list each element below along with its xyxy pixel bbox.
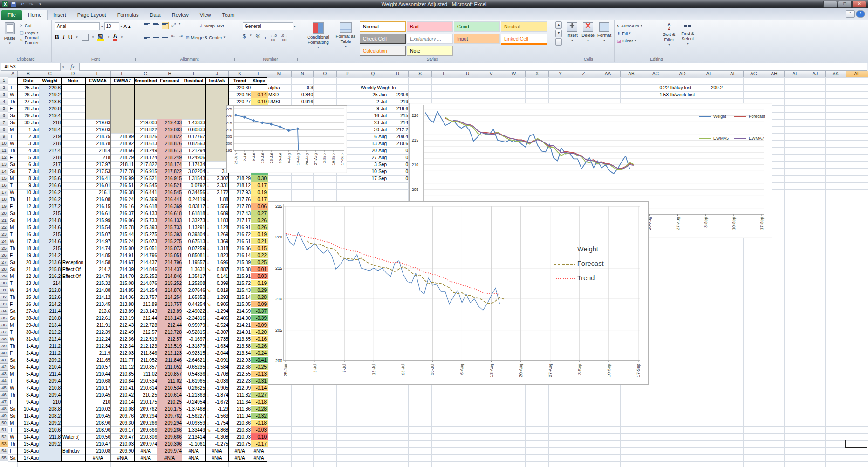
increase-decimal-icon[interactable]: ←.0.00 xyxy=(270,34,277,42)
slope-cell-16[interactable]: -0.17 xyxy=(251,182,268,189)
row-header-50[interactable]: 50 xyxy=(0,420,8,426)
row-header-12[interactable]: 12 xyxy=(0,154,8,161)
slope-cell-34[interactable]: -0.37 xyxy=(251,308,268,314)
lostwk-cell-17[interactable]: -2.172↓ xyxy=(205,189,230,196)
cell-style-calculation[interactable]: Calculation xyxy=(360,46,406,56)
lostwk-cell-50[interactable]: -1.754↓ xyxy=(205,420,230,426)
weekly-date-0[interactable]: 25-Jun xyxy=(359,91,388,98)
date-cell-44[interactable]: 6-Aug xyxy=(18,378,40,384)
row-header-52[interactable]: 52 xyxy=(0,433,8,440)
cell-F29[interactable]: 214.70 xyxy=(111,273,135,279)
date-cell-46[interactable]: 8-Aug xyxy=(18,392,40,398)
table-header-ewma-[interactable]: EWMA5 xyxy=(85,77,110,84)
cell-I19[interactable]: 0.83117 xyxy=(182,203,206,210)
weight-cell-18[interactable]: 216.2 xyxy=(39,196,62,203)
trend-cell-48[interactable]: 211.36 xyxy=(229,406,252,412)
weight-cell-13[interactable]: 217 xyxy=(39,161,62,168)
cell-E46[interactable]: 210.45 xyxy=(85,392,112,398)
weight-cell-25[interactable]: 215 xyxy=(39,245,62,251)
row-header-8[interactable]: 8 xyxy=(0,126,8,133)
cell-G23[interactable]: 215.275 xyxy=(134,231,158,237)
cell-F31[interactable]: 214.85 xyxy=(111,287,135,293)
weekly-date-6[interactable]: 6-Aug xyxy=(359,133,388,140)
weekly-value-6[interactable]: 209.4 xyxy=(387,133,410,140)
trend-cell-17[interactable]: 217.93 xyxy=(229,189,252,196)
cell-F13[interactable]: 218.11 xyxy=(111,161,135,168)
autosum-button[interactable]: ΣAutoSum▾ xyxy=(617,22,642,29)
weekly-value-10[interactable]: 0 xyxy=(387,161,410,168)
cell-E54[interactable]: 210.08 xyxy=(85,447,112,454)
styles-scroll-up-icon[interactable]: ▴ xyxy=(555,21,562,29)
tab-team[interactable]: Team xyxy=(216,10,240,20)
row-header-25[interactable]: 25 xyxy=(0,245,8,252)
note-cell-28[interactable]: Effect Of xyxy=(61,266,86,272)
cell-H43[interactable]: 210.857 xyxy=(157,371,183,377)
cell-G32[interactable]: 213.757 xyxy=(134,294,158,300)
date-cell-37[interactable]: 30-Jul xyxy=(18,329,40,335)
slope-cell-43[interactable]: -0.13 xyxy=(251,371,268,377)
slope-cell-19[interactable]: -0.06 xyxy=(251,203,268,210)
date-cell-5[interactable]: 28-Jun xyxy=(18,105,40,112)
column-header-P[interactable]: P xyxy=(337,71,359,78)
weight-cell-47[interactable]: 210 xyxy=(39,399,62,405)
cell-style-check-cell[interactable]: Check Cell xyxy=(360,34,406,44)
cell-G21[interactable]: 215.733 xyxy=(134,217,158,223)
cell-F55[interactable]: #N/A xyxy=(111,454,134,461)
cell-E50[interactable]: 208.96 xyxy=(85,420,112,426)
cell-E52[interactable]: 209.56 xyxy=(85,433,112,440)
cell-F22[interactable]: 215.78 xyxy=(111,224,135,230)
trend-cell-50[interactable]: 210.86 xyxy=(229,420,252,426)
cell-H29[interactable]: 214.846 xyxy=(157,273,183,279)
row-header-46[interactable]: 46 xyxy=(0,392,8,399)
cell-F38[interactable]: 212.36 xyxy=(111,336,135,342)
loss-rate-1[interactable]: 1.53 xyxy=(642,91,670,98)
cell-E24[interactable]: 214.97 xyxy=(85,238,112,244)
cell-E47[interactable]: 210 xyxy=(85,399,112,405)
slope-cell-37[interactable]: -0.20 xyxy=(251,329,268,335)
row-header-28[interactable]: 28 xyxy=(0,266,8,273)
cell-G14[interactable]: 216.915 xyxy=(134,168,158,175)
slope-cell-32[interactable]: -0.28 xyxy=(251,294,268,300)
lostwk-cell-41[interactable]: -2.091↓ xyxy=(205,357,230,363)
column-header-AE[interactable]: AE xyxy=(696,71,723,78)
row-header-34[interactable]: 34 xyxy=(0,308,8,315)
sort-filter-button[interactable]: AZ Sort & Filter▾ xyxy=(660,20,678,47)
cell-F15[interactable]: 216.99 xyxy=(111,175,135,182)
cell-E7[interactable]: 219.63 xyxy=(85,119,112,126)
trend-cell-46[interactable]: 211.82 xyxy=(229,392,252,398)
cell-E30[interactable]: 215.32 xyxy=(85,280,112,286)
increase-indent-icon[interactable]: ⇥ xyxy=(178,34,182,41)
row-header-38[interactable]: 38 xyxy=(0,336,8,343)
trend-cell-26[interactable]: 216.14 xyxy=(229,252,252,258)
cell-E44[interactable]: 210.68 xyxy=(85,378,112,384)
underline-button[interactable]: U xyxy=(68,34,73,41)
cell-F17[interactable]: 216.38 xyxy=(111,189,135,196)
table-header-lost-wk[interactable]: lost/wk xyxy=(205,77,228,84)
date-cell-11[interactable]: 4-Jul xyxy=(18,147,40,154)
cell-G49[interactable]: 209.294 xyxy=(134,413,158,419)
trend-cell-43[interactable]: 212.55 xyxy=(229,371,252,377)
column-header-AI[interactable]: AI xyxy=(785,71,805,78)
cell-G10[interactable]: 218.613 xyxy=(134,140,158,147)
weight-cell-45[interactable]: 210.8 xyxy=(39,385,62,391)
trend-cell-28[interactable]: 215.88 xyxy=(229,266,252,272)
weight-cell-49[interactable]: 208.2 xyxy=(39,413,62,419)
weekly-value-4[interactable]: 214 xyxy=(387,119,410,126)
help-icon[interactable]: ? xyxy=(856,10,865,18)
cell-E39[interactable]: 212.34 xyxy=(85,343,112,349)
lostwk-cell-25[interactable]: -1.318↓ xyxy=(205,245,230,251)
column-header-Q[interactable]: Q xyxy=(359,71,387,78)
cell-I44[interactable]: -1.61965 xyxy=(182,378,206,384)
slope-cell-24[interactable]: -0.21 xyxy=(251,238,268,244)
cell-I35[interactable]: -2.34316 xyxy=(182,315,206,321)
cell-F21[interactable]: 216.06 xyxy=(111,217,135,223)
cell-F52[interactable]: 209.47 xyxy=(111,433,135,440)
number-format-select[interactable]: General xyxy=(243,22,293,30)
cell-F9[interactable]: 218.99 xyxy=(111,133,135,140)
cell-G53[interactable]: 209.974 xyxy=(134,440,158,447)
weight-cell-17[interactable]: 216.2 xyxy=(39,189,62,196)
lostwk-cell-36[interactable]: -2.524↓ xyxy=(205,322,230,328)
row-header-53[interactable]: 53 xyxy=(0,440,8,448)
cell-G7[interactable]: 219.003 xyxy=(134,119,158,126)
date-cell-10[interactable]: 3-Jul xyxy=(18,140,40,147)
